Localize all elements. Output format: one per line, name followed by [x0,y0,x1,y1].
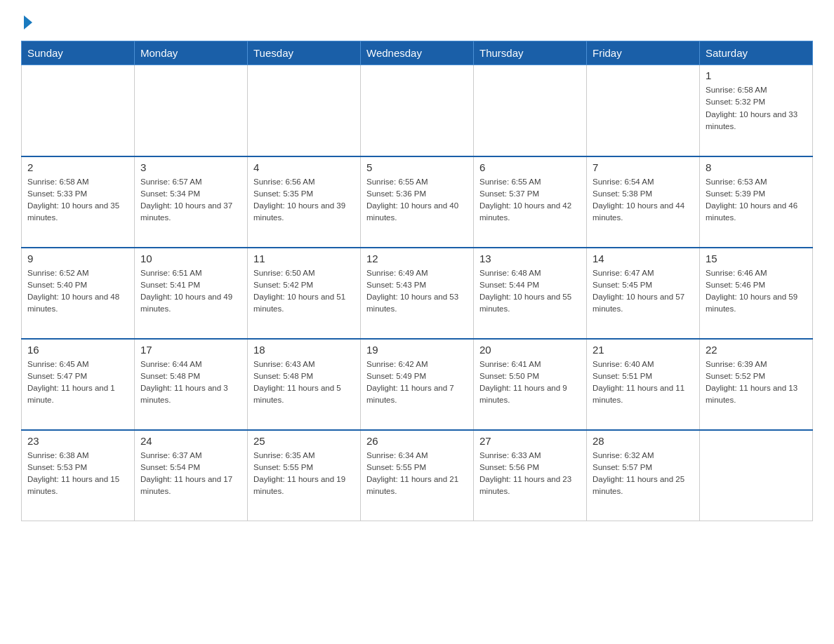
sunrise-text: Sunrise: 6:48 AM [479,267,581,279]
sunset-text: Sunset: 5:53 PM [27,462,128,474]
day-number: 1 [706,69,807,81]
day-info: Sunrise: 6:42 AMSunset: 5:49 PMDaylight:… [366,358,468,407]
day-number: 25 [253,435,355,447]
sunrise-text: Sunrise: 6:55 AM [479,176,581,188]
calendar-day-cell [587,65,700,156]
day-number: 20 [479,344,581,356]
sunrise-text: Sunrise: 6:35 AM [253,450,355,462]
day-info: Sunrise: 6:55 AMSunset: 5:36 PMDaylight:… [366,176,468,224]
daylight-text: Daylight: 10 hours and 40 minutes. [366,200,468,224]
calendar-day-header: Tuesday [248,41,361,65]
day-info: Sunrise: 6:52 AMSunset: 5:40 PMDaylight:… [27,267,128,316]
daylight-text: Daylight: 11 hours and 25 minutes. [593,474,694,498]
daylight-text: Daylight: 10 hours and 48 minutes. [27,291,128,316]
day-number: 21 [593,344,694,356]
day-info: Sunrise: 6:49 AMSunset: 5:43 PMDaylight:… [366,267,468,316]
calendar-day-cell: 13Sunrise: 6:48 AMSunset: 5:44 PMDayligh… [474,248,587,339]
day-number: 24 [140,435,241,447]
calendar-day-cell: 5Sunrise: 6:55 AMSunset: 5:36 PMDaylight… [361,156,474,248]
day-info: Sunrise: 6:53 AMSunset: 5:39 PMDaylight:… [706,176,807,224]
day-info: Sunrise: 6:39 AMSunset: 5:52 PMDaylight:… [706,358,807,407]
calendar-header-row: SundayMondayTuesdayWednesdayThursdayFrid… [22,41,813,65]
calendar-day-cell [248,65,361,156]
day-number: 28 [593,435,694,447]
daylight-text: Daylight: 11 hours and 7 minutes. [366,382,468,407]
day-info: Sunrise: 6:35 AMSunset: 5:55 PMDaylight:… [253,450,355,498]
day-info: Sunrise: 6:58 AMSunset: 5:33 PMDaylight:… [27,176,128,224]
calendar-day-cell: 19Sunrise: 6:42 AMSunset: 5:49 PMDayligh… [361,339,474,430]
sunset-text: Sunset: 5:39 PM [706,188,807,200]
calendar-week-row: 9Sunrise: 6:52 AMSunset: 5:40 PMDaylight… [22,248,813,339]
calendar-day-header: Saturday [700,41,813,65]
calendar-day-cell: 15Sunrise: 6:46 AMSunset: 5:46 PMDayligh… [700,248,813,339]
day-number: 17 [140,344,241,356]
calendar-day-header: Monday [135,41,248,65]
calendar-week-row: 16Sunrise: 6:45 AMSunset: 5:47 PMDayligh… [22,339,813,430]
daylight-text: Daylight: 11 hours and 23 minutes. [479,474,581,498]
sunset-text: Sunset: 5:33 PM [27,188,128,200]
calendar-week-row: 23Sunrise: 6:38 AMSunset: 5:53 PMDayligh… [22,430,813,521]
sunset-text: Sunset: 5:54 PM [140,462,241,474]
day-info: Sunrise: 6:58 AMSunset: 5:32 PMDaylight:… [706,84,807,133]
daylight-text: Daylight: 11 hours and 17 minutes. [140,474,241,498]
calendar-day-cell: 8Sunrise: 6:53 AMSunset: 5:39 PMDaylight… [700,156,813,248]
day-number: 7 [593,161,694,173]
day-number: 4 [253,161,355,173]
day-info: Sunrise: 6:54 AMSunset: 5:38 PMDaylight:… [593,176,694,224]
daylight-text: Daylight: 10 hours and 35 minutes. [27,200,128,224]
calendar-day-cell: 3Sunrise: 6:57 AMSunset: 5:34 PMDaylight… [135,156,248,248]
sunrise-text: Sunrise: 6:46 AM [706,267,807,279]
day-number: 5 [366,161,468,173]
day-number: 14 [593,253,694,264]
day-number: 6 [479,161,581,173]
calendar-day-cell: 10Sunrise: 6:51 AMSunset: 5:41 PMDayligh… [135,248,248,339]
sunrise-text: Sunrise: 6:37 AM [140,450,241,462]
sunset-text: Sunset: 5:38 PM [593,188,694,200]
calendar-table: SundayMondayTuesdayWednesdayThursdayFrid… [21,41,813,521]
day-info: Sunrise: 6:34 AMSunset: 5:55 PMDaylight:… [366,450,468,498]
calendar-day-cell [700,430,813,521]
day-number: 13 [479,253,581,264]
sunset-text: Sunset: 5:40 PM [27,279,128,291]
day-number: 27 [479,435,581,447]
sunset-text: Sunset: 5:35 PM [253,188,355,200]
calendar-day-cell: 1Sunrise: 6:58 AMSunset: 5:32 PMDaylight… [700,65,813,156]
daylight-text: Daylight: 11 hours and 13 minutes. [706,382,807,407]
calendar-day-cell: 6Sunrise: 6:55 AMSunset: 5:37 PMDaylight… [474,156,587,248]
day-number: 26 [366,435,468,447]
daylight-text: Daylight: 11 hours and 19 minutes. [253,474,355,498]
day-number: 19 [366,344,468,356]
sunset-text: Sunset: 5:34 PM [140,188,241,200]
sunset-text: Sunset: 5:49 PM [366,370,468,382]
sunrise-text: Sunrise: 6:51 AM [140,267,241,279]
daylight-text: Daylight: 10 hours and 57 minutes. [593,291,694,316]
daylight-text: Daylight: 10 hours and 49 minutes. [140,291,241,316]
sunrise-text: Sunrise: 6:44 AM [140,358,241,370]
day-number: 12 [366,253,468,264]
sunrise-text: Sunrise: 6:40 AM [593,358,694,370]
day-info: Sunrise: 6:56 AMSunset: 5:35 PMDaylight:… [253,176,355,224]
daylight-text: Daylight: 11 hours and 3 minutes. [140,382,241,407]
sunset-text: Sunset: 5:37 PM [479,188,581,200]
daylight-text: Daylight: 10 hours and 53 minutes. [366,291,468,316]
calendar-day-cell: 26Sunrise: 6:34 AMSunset: 5:55 PMDayligh… [361,430,474,521]
sunset-text: Sunset: 5:52 PM [706,370,807,382]
sunrise-text: Sunrise: 6:47 AM [593,267,694,279]
sunrise-text: Sunrise: 6:56 AM [253,176,355,188]
sunrise-text: Sunrise: 6:55 AM [366,176,468,188]
sunrise-text: Sunrise: 6:49 AM [366,267,468,279]
calendar-day-cell: 7Sunrise: 6:54 AMSunset: 5:38 PMDaylight… [587,156,700,248]
sunrise-text: Sunrise: 6:52 AM [27,267,128,279]
calendar-day-cell: 24Sunrise: 6:37 AMSunset: 5:54 PMDayligh… [135,430,248,521]
sunset-text: Sunset: 5:50 PM [479,370,581,382]
calendar-day-cell: 21Sunrise: 6:40 AMSunset: 5:51 PMDayligh… [587,339,700,430]
day-info: Sunrise: 6:33 AMSunset: 5:56 PMDaylight:… [479,450,581,498]
sunrise-text: Sunrise: 6:45 AM [27,358,128,370]
day-info: Sunrise: 6:40 AMSunset: 5:51 PMDaylight:… [593,358,694,407]
sunrise-text: Sunrise: 6:38 AM [27,450,128,462]
sunrise-text: Sunrise: 6:58 AM [27,176,128,188]
calendar-day-cell: 16Sunrise: 6:45 AMSunset: 5:47 PMDayligh… [22,339,135,430]
calendar-day-header: Sunday [22,41,135,65]
calendar-day-cell: 4Sunrise: 6:56 AMSunset: 5:35 PMDaylight… [248,156,361,248]
sunrise-text: Sunrise: 6:54 AM [593,176,694,188]
